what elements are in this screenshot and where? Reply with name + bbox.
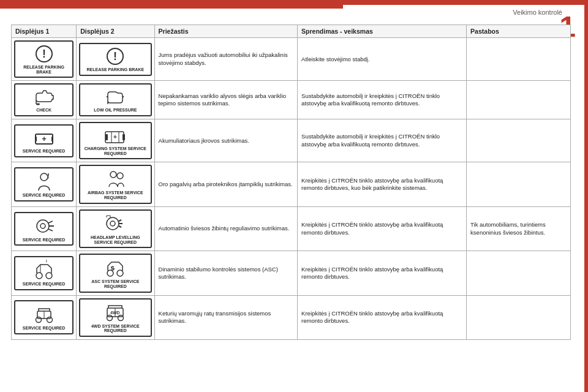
warning-table: Displėjus 1 Displėjus 2 Priežastis Spren… bbox=[11, 24, 571, 340]
svg-text:+: + bbox=[42, 134, 47, 143]
reason-cell-6: Keturių varomųjų ratų transmisijos siste… bbox=[154, 295, 298, 339]
right-accent-bar bbox=[584, 0, 588, 392]
notes-cell-4: Tik automobiliams, turintiems ksenoniniu… bbox=[467, 206, 571, 251]
disp1-label-4: SERVICE REQUIRED bbox=[23, 238, 66, 243]
disp1-cell-6: SERVICE REQUIRED bbox=[12, 295, 77, 339]
disp1-icon-box-4: SERVICE REQUIRED bbox=[14, 212, 74, 246]
svg-point-28 bbox=[36, 273, 42, 279]
table-row: CHECKLOW OIL PRESSURENepakankamas varikl… bbox=[12, 81, 571, 119]
notes-cell-5 bbox=[467, 251, 571, 295]
notes-cell-2 bbox=[467, 119, 571, 162]
svg-point-22 bbox=[40, 224, 45, 228]
svg-point-29 bbox=[46, 273, 52, 279]
svg-text:!: ! bbox=[47, 172, 50, 179]
disp1-cell-1: CHECK bbox=[12, 81, 77, 119]
disp1-icon-box-5: !SERVICE REQUIRED bbox=[14, 256, 74, 290]
reason-cell-3: Oro pagalvių arba piroteknikos įtampikli… bbox=[154, 162, 298, 206]
disp1-label-0: RELEASE PARKING BRAKE bbox=[18, 65, 70, 74]
svg-point-32 bbox=[107, 270, 113, 276]
reason-cell-1: Nepakankamas variklio alyvos slėgis arba… bbox=[154, 81, 298, 119]
svg-point-34 bbox=[36, 317, 41, 323]
reason-cell-0: Jums pradėjus važiuoti automobiliui iki … bbox=[154, 38, 298, 81]
svg-point-19 bbox=[110, 172, 116, 178]
disp1-icon-box-6: SERVICE REQUIRED bbox=[14, 300, 74, 334]
notes-cell-3 bbox=[467, 162, 571, 206]
svg-text:+: + bbox=[113, 134, 117, 140]
disp2-cell-3: AIRBAG SYSTEM SERVICE REQUIRED bbox=[77, 162, 154, 206]
disp1-label-2: SERVICE REQUIRED bbox=[23, 149, 66, 154]
main-table-container: Displėjus 1 Displėjus 2 Priežastis Spren… bbox=[11, 24, 571, 380]
reason-cell-4: Automatinio šviesos žibintų reguliavimo … bbox=[154, 206, 298, 251]
header-reason: Priežastis bbox=[154, 25, 298, 38]
disp2-icon-box-0: !RELEASE PARKING BRAKE bbox=[79, 43, 151, 76]
disp2-label-3: AIRBAG SYSTEM SERVICE REQUIRED bbox=[83, 190, 148, 200]
disp1-label-5: SERVICE REQUIRED bbox=[23, 282, 66, 287]
table-row: !SERVICE REQUIREDAIRBAG SYSTEM SERVICE R… bbox=[12, 162, 571, 206]
disp1-label-6: SERVICE REQUIRED bbox=[23, 326, 66, 331]
disp2-icon-box-3: AIRBAG SYSTEM SERVICE REQUIRED bbox=[79, 165, 151, 203]
disp1-cell-0: !RELEASE PARKING BRAKE bbox=[12, 38, 77, 81]
reason-cell-5: Dinaminio stabilumo kontrolės sistemos (… bbox=[154, 251, 298, 295]
svg-text:!: ! bbox=[45, 260, 47, 263]
svg-line-24 bbox=[48, 221, 53, 223]
solution-cell-6: Kreipkitės į CITROËN tinklo atstovybę ar… bbox=[298, 295, 467, 339]
disp2-label-2: CHARGING SYSTEM SERVICE REQUIRED bbox=[83, 146, 148, 156]
disp2-label-4: HEADLAMP LEVELLING SERVICE REQUIRED bbox=[83, 235, 148, 244]
disp1-label-3: SERVICE REQUIRED bbox=[23, 193, 66, 198]
disp2-label-1: LOW OIL PRESSURE bbox=[94, 108, 137, 113]
disp2-cell-6: 4WD4WD SYSTEM SERVICE REQUIRED bbox=[77, 295, 154, 339]
disp2-cell-5: ASC SYSTEM SERVICE REQUIRED bbox=[77, 251, 154, 295]
header-disp1: Displėjus 1 bbox=[12, 25, 77, 38]
disp2-cell-2: +CHARGING SYSTEM SERVICE REQUIRED bbox=[77, 119, 154, 162]
svg-text:4WD: 4WD bbox=[110, 311, 120, 315]
disp1-icon-box-1: CHECK bbox=[14, 83, 74, 116]
solution-cell-1: Sustabdykite automobilį ir kreipkitės į … bbox=[298, 81, 467, 119]
notes-cell-6 bbox=[467, 295, 571, 339]
disp1-icon-box-2: +SERVICE REQUIRED bbox=[14, 124, 74, 157]
header-solution: Sprendimas - veiksmas bbox=[298, 25, 467, 38]
svg-point-33 bbox=[117, 270, 123, 276]
svg-rect-12 bbox=[123, 134, 125, 140]
disp2-icon-box-2: +CHARGING SYSTEM SERVICE REQUIRED bbox=[79, 122, 151, 159]
disp1-cell-5: !SERVICE REQUIRED bbox=[12, 251, 77, 295]
disp1-cell-4: SERVICE REQUIRED bbox=[12, 206, 77, 251]
disp1-icon-box-0: !RELEASE PARKING BRAKE bbox=[14, 40, 74, 78]
top-red-bar bbox=[0, 0, 588, 5]
disp1-icon-box-3: !SERVICE REQUIRED bbox=[14, 167, 74, 202]
header-notes: Pastabos bbox=[467, 25, 571, 38]
solution-cell-3: Kreipkitės į CITROËN tinklo atstovybę ar… bbox=[298, 162, 467, 206]
disp2-label-0: RELEASE PARKING BRAKE bbox=[87, 67, 145, 72]
disp2-label-6: 4WD SYSTEM SERVICE REQUIRED bbox=[83, 324, 148, 333]
notes-cell-0 bbox=[467, 38, 571, 81]
svg-point-27 bbox=[110, 221, 115, 226]
svg-point-21 bbox=[37, 220, 49, 232]
svg-point-4 bbox=[36, 104, 40, 105]
solution-cell-4: Kreipkitės į CITROËN tinklo atstovybę ar… bbox=[298, 206, 467, 251]
disp2-label-5: ASC SYSTEM SERVICE REQUIRED bbox=[83, 279, 148, 288]
svg-rect-9 bbox=[35, 137, 37, 141]
table-row: !SERVICE REQUIREDASC SYSTEM SERVICE REQU… bbox=[12, 251, 571, 295]
disp2-icon-box-5: ASC SYSTEM SERVICE REQUIRED bbox=[79, 254, 151, 292]
svg-rect-13 bbox=[105, 134, 108, 140]
disp2-icon-box-1: LOW OIL PRESSURE bbox=[79, 83, 151, 116]
notes-cell-1 bbox=[467, 81, 571, 119]
disp2-cell-1: LOW OIL PRESSURE bbox=[77, 81, 154, 119]
svg-point-20 bbox=[117, 173, 123, 179]
svg-point-26 bbox=[107, 217, 119, 230]
solution-cell-2: Sustabdykite automobilį ir kreipkitės į … bbox=[298, 119, 467, 162]
disp2-cell-0: !RELEASE PARKING BRAKE bbox=[77, 38, 154, 81]
solution-cell-0: Atleiskite stovėjimo stabdį. bbox=[298, 38, 467, 81]
reason-cell-2: Akumuliatoriaus įkrovos sutrikimas. bbox=[154, 119, 298, 162]
page-title: Veikimo kontrolė bbox=[513, 9, 562, 16]
svg-point-35 bbox=[47, 317, 52, 323]
svg-line-25 bbox=[48, 229, 53, 231]
table-row: SERVICE REQUIRED4WD4WD SYSTEM SERVICE RE… bbox=[12, 295, 571, 339]
disp2-icon-box-6: 4WD4WD SYSTEM SERVICE REQUIRED bbox=[79, 298, 151, 337]
disp2-icon-box-4: HEADLAMP LEVELLING SERVICE REQUIRED bbox=[79, 209, 151, 248]
svg-text:!: ! bbox=[113, 50, 117, 62]
svg-text:!: ! bbox=[42, 48, 46, 60]
disp2-cell-4: HEADLAMP LEVELLING SERVICE REQUIRED bbox=[77, 206, 154, 251]
table-row: +SERVICE REQUIRED+CHARGING SYSTEM SERVIC… bbox=[12, 119, 571, 162]
table-row: !RELEASE PARKING BRAKE!RELEASE PARKING B… bbox=[12, 38, 571, 81]
svg-rect-8 bbox=[51, 137, 53, 141]
